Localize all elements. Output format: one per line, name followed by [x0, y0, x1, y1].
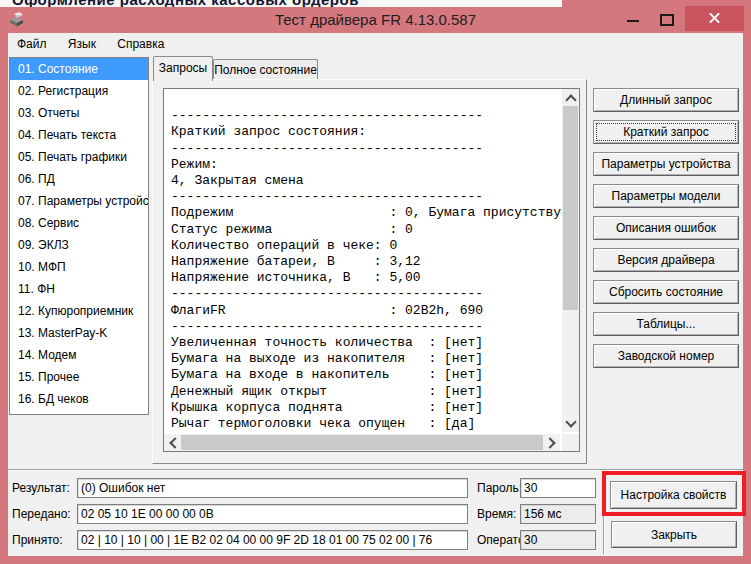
divider: [8, 469, 743, 471]
sidebar-item-print-text[interactable]: 04. Печать текста: [10, 124, 148, 146]
status-output-text: ----------------------------------------…: [166, 90, 565, 433]
tables-button[interactable]: Таблицы...: [593, 312, 739, 336]
properties-button[interactable]: Настройка свойств: [610, 481, 737, 509]
sidebar-item-other[interactable]: 15. Прочее: [10, 366, 148, 388]
tab-requests[interactable]: Запросы: [153, 56, 213, 81]
divider: [603, 473, 605, 554]
sidebar-item-mfp[interactable]: 10. МФП: [10, 256, 148, 278]
scroll-up-button[interactable]: [562, 89, 579, 106]
password-field[interactable]: [520, 478, 596, 498]
sidebar-item-pd[interactable]: 06. ПД: [10, 168, 148, 190]
sidebar-item-registration[interactable]: 02. Регистрация: [10, 80, 148, 102]
horizontal-scrollbar[interactable]: [164, 434, 560, 451]
sidebar-item-masterpay[interactable]: 13. MasterPay-K: [10, 322, 148, 344]
vertical-scrollbar-thumb[interactable]: [563, 106, 578, 310]
close-window-button[interactable]: [685, 6, 744, 31]
menu-help[interactable]: Справка: [108, 33, 173, 56]
serial-number-button[interactable]: Заводской номер: [593, 344, 739, 368]
error-descriptions-button[interactable]: Описания ошибок: [593, 216, 739, 240]
scroll-down-button[interactable]: [562, 415, 579, 432]
minimize-button[interactable]: [618, 7, 648, 31]
sent-label: Передано:: [12, 504, 71, 524]
sidebar-item-eklz[interactable]: 09. ЭКЛЗ: [10, 234, 148, 256]
sidebar-item-modem[interactable]: 14. Модем: [10, 344, 148, 366]
minimize-icon: [627, 20, 639, 22]
category-listbox: 01. Состояние 02. Регистрация 03. Отчеты…: [9, 57, 149, 415]
maximize-icon: [660, 14, 674, 26]
background-window-title: Оформление расходных кассовых ордеров: [0, 0, 562, 7]
received-label: Принято:: [12, 530, 63, 550]
chevron-right-icon: [544, 437, 555, 448]
sidebar-item-device-params[interactable]: 07. Параметры устройства: [10, 190, 148, 212]
result-field[interactable]: [77, 478, 468, 498]
menu-language[interactable]: Язык: [59, 33, 105, 56]
short-request-button[interactable]: Краткий запрос: [593, 120, 739, 144]
background-window-strip: Оформление расходных кассовых ордеров: [0, 0, 562, 7]
scrollbar-corner: [562, 434, 579, 451]
horizontal-scrollbar-thumb[interactable]: [181, 435, 543, 450]
sidebar-item-receipt-db[interactable]: 16. БД чеков: [10, 388, 148, 410]
operator-field[interactable]: [520, 530, 596, 550]
device-params-button[interactable]: Параметры устройства: [593, 152, 739, 176]
tab-full-state[interactable]: Полное состояние: [213, 59, 318, 81]
maximize-button[interactable]: [651, 7, 681, 31]
received-field[interactable]: [77, 530, 468, 550]
vertical-scrollbar[interactable]: [562, 89, 579, 432]
menu-file[interactable]: Файл: [8, 33, 56, 56]
chevron-up-icon: [565, 94, 576, 105]
driver-version-button[interactable]: Версия драйвера: [593, 248, 739, 272]
long-request-button[interactable]: Длинный запрос: [593, 88, 739, 112]
sidebar-item-service[interactable]: 08. Сервис: [10, 212, 148, 234]
sent-field[interactable]: [77, 504, 468, 524]
sidebar-item-state[interactable]: 01. Состояние: [10, 58, 148, 80]
result-label: Результат:: [12, 478, 70, 498]
sidebar-item-fn[interactable]: 11. ФН: [10, 278, 148, 300]
status-output-memo[interactable]: ----------------------------------------…: [163, 88, 580, 452]
chevron-left-icon: [169, 437, 180, 448]
scroll-left-button[interactable]: [164, 434, 181, 451]
menubar: Файл Язык Справка: [8, 33, 173, 56]
chevron-down-icon: [565, 416, 576, 427]
sidebar-item-bill-acceptor[interactable]: 12. Купюроприемник: [10, 300, 148, 322]
password-label: Пароль:: [477, 478, 522, 498]
scroll-right-button[interactable]: [543, 434, 560, 451]
time-label: Время:: [477, 504, 516, 524]
sidebar-item-print-graphics[interactable]: 05. Печать графики: [10, 146, 148, 168]
close-button[interactable]: Закрыть: [611, 521, 737, 548]
reset-state-button[interactable]: Сбросить состояние: [593, 280, 739, 304]
model-params-button[interactable]: Параметры модели: [593, 184, 739, 208]
screen: Оформление расходных кассовых ордеров Те…: [0, 0, 751, 564]
command-button-panel: Длинный запрос Краткий запрос Параметры …: [593, 88, 739, 376]
sidebar-item-reports[interactable]: 03. Отчеты: [10, 102, 148, 124]
time-field[interactable]: [520, 504, 596, 524]
